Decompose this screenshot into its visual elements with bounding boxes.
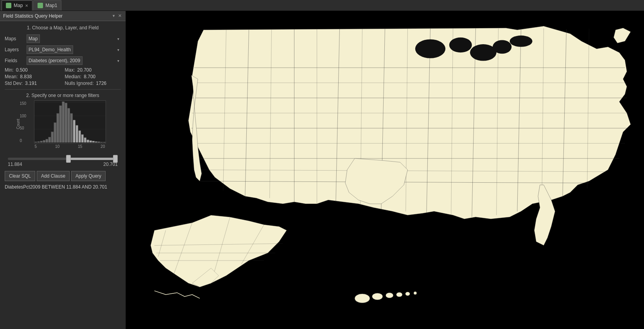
tab-bar: Map ✕ Map1 (0, 0, 644, 11)
range-values: 11.884 20.701 (6, 162, 119, 167)
maps-row: Maps Map (5, 34, 121, 43)
panel-header: Field Statistics Query Helper ▾ ✕ (0, 11, 126, 21)
map-tab-icon (6, 3, 11, 8)
layers-label: Layers (5, 47, 24, 52)
range-thumb-right[interactable] (113, 155, 118, 163)
svg-point-44 (414, 291, 417, 295)
clear-sql-button[interactable]: Clear SQL (5, 171, 35, 181)
fields-label: Fields (5, 58, 24, 63)
range-slider-track (8, 158, 118, 160)
apply-query-button[interactable]: Apply Query (71, 171, 106, 181)
tab-map-close[interactable]: ✕ (25, 4, 28, 8)
fields-select[interactable]: Diabetes (percent), 2009 (27, 56, 83, 65)
mean-value: 8.838 (20, 74, 32, 79)
max-value: 20.700 (77, 67, 92, 73)
divider-1 (5, 89, 121, 90)
layers-row: Layers PL94_Demo_Health (5, 45, 121, 54)
range-container: 11.884 20.701 (5, 158, 121, 167)
panel-close-button[interactable]: ✕ (117, 13, 122, 18)
min-value: 0.500 (16, 67, 28, 73)
svg-point-29 (470, 44, 497, 61)
stddev-value: 3.191 (25, 81, 37, 86)
svg-point-39 (355, 294, 370, 303)
panel-title: Field Statistics Query Helper (3, 13, 63, 19)
tab-map[interactable]: Map ✕ (2, 0, 32, 11)
layers-select[interactable]: PL94_Demo_Health (27, 45, 73, 54)
max-label: Max: (65, 67, 75, 73)
svg-point-41 (386, 293, 393, 298)
stddev-label: Std Dev: (5, 81, 23, 86)
x-tick-15: 15 (78, 144, 82, 149)
main-content: Field Statistics Query Helper ▾ ✕ 1. Cho… (0, 11, 644, 329)
x-tick-20: 20 (100, 144, 105, 149)
median-value: 8.700 (84, 74, 95, 79)
svg-point-43 (405, 292, 410, 296)
mean-label: Mean: (5, 74, 18, 79)
tab-map1[interactable]: Map1 (33, 0, 61, 11)
range-low-value: 11.884 (8, 162, 22, 167)
y-tick-100: 100 (20, 114, 34, 118)
maps-select-wrapper: Map (27, 34, 121, 43)
svg-point-30 (493, 40, 511, 54)
histogram-canvas (34, 101, 106, 144)
fields-row: Fields Diabetes (percent), 2009 (5, 56, 121, 65)
add-clause-button[interactable]: Add Clause (37, 171, 70, 181)
svg-point-42 (396, 292, 402, 297)
x-tick-5: 5 (35, 144, 37, 149)
step1-title: 1. Choose a Map, Layer, and Field (5, 25, 121, 31)
tab-map-label: Map (14, 3, 23, 8)
panel-content: 1. Choose a Map, Layer, and Field Maps M… (0, 21, 126, 329)
range-slider-fill (68, 158, 116, 160)
y-tick-150: 150 (20, 101, 34, 106)
svg-point-28 (449, 38, 472, 53)
histogram-container: Count 0 50 100 150 5 10 15 20 (20, 101, 106, 147)
map-area[interactable] (126, 11, 644, 329)
map-svg (126, 11, 644, 329)
map1-tab-icon (38, 3, 43, 8)
panel-controls: ▾ ✕ (112, 13, 122, 18)
median-label: Median: (65, 74, 82, 79)
range-thumb-left[interactable] (66, 155, 71, 163)
nulls-value: 1726 (96, 81, 107, 86)
nulls-label: Nulls Ignored: (65, 81, 94, 86)
sql-expression: DiabetesPct2009 BETWEEN 11.884 AND 20.70… (5, 184, 121, 190)
y-tick-0: 0 (20, 138, 34, 143)
maps-select[interactable]: Map (27, 34, 40, 43)
layers-select-wrapper: PL94_Demo_Health (27, 45, 121, 54)
fields-select-wrapper: Diabetes (percent), 2009 (27, 56, 121, 65)
svg-point-31 (510, 36, 533, 47)
svg-point-27 (415, 40, 445, 58)
x-tick-10: 10 (55, 144, 59, 149)
tab-map1-label: Map1 (45, 3, 57, 8)
panel-pin-button[interactable]: ▾ (112, 13, 116, 18)
left-panel: Field Statistics Query Helper ▾ ✕ 1. Cho… (0, 11, 126, 329)
y-tick-50: 50 (20, 126, 34, 130)
button-row: Clear SQL Add Clause Apply Query (5, 171, 121, 181)
maps-label: Maps (5, 36, 24, 41)
step2-title: 2. Specify one or more range filters (5, 93, 121, 98)
svg-point-40 (372, 293, 383, 300)
min-label: Min: (5, 67, 14, 73)
